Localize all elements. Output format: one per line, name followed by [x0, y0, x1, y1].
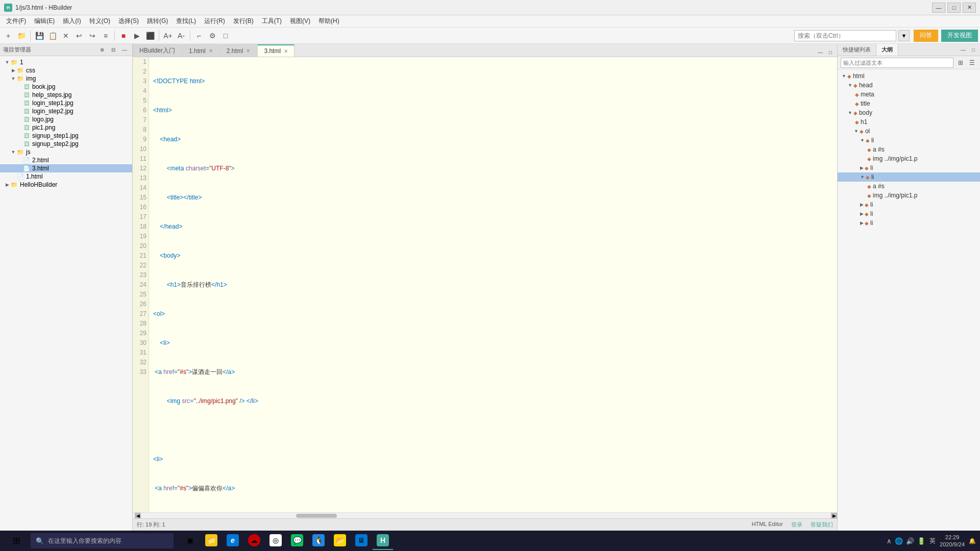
outline-img-3[interactable]: ◆ img ../img/pic1.p [838, 191, 980, 200]
outline-html[interactable]: ▼ ◆ html [838, 71, 980, 81]
menu-item-l[interactable]: 查找(L) [172, 15, 200, 27]
new-folder-button[interactable]: 📁 [15, 30, 28, 42]
menu-item-r[interactable]: 运行(R) [200, 15, 229, 27]
tree-arrow-css: ▶ [10, 68, 16, 73]
menu-item-g[interactable]: 跳转(G) [143, 15, 172, 27]
menu-item-h[interactable]: 帮助(H) [314, 15, 344, 27]
new-project-icon[interactable]: ⊕ [97, 45, 107, 55]
tab-shortcuts[interactable]: 快捷键列表 [838, 44, 876, 56]
tab-2html[interactable]: 2.html ✕ [220, 44, 257, 57]
tree-item-login1[interactable]: 🖼 login_step1.jpg [0, 99, 132, 107]
close-button[interactable]: ✕ [963, 3, 976, 13]
tree-item-2html[interactable]: 📄 2.html [0, 156, 132, 164]
outline-li-2[interactable]: ▶ ◆ li [838, 163, 980, 172]
redo-button[interactable]: ↪ [86, 30, 99, 42]
search-input[interactable] [794, 30, 896, 41]
menu-item-t[interactable]: 工具(T) [258, 15, 286, 27]
terminal-button[interactable]: ⌐ [193, 30, 205, 42]
outline-h1[interactable]: ◆ h1 [838, 117, 980, 127]
maximize-button[interactable]: □ [947, 3, 961, 13]
scroll-left-btn[interactable]: ◀ [135, 513, 141, 519]
tree-item-book[interactable]: 🖼 book.jpg [0, 83, 132, 91]
outline-img-1[interactable]: ◆ img ../img/pic1.p [838, 154, 980, 163]
outline-li-5[interactable]: ▶ ◆ li [838, 209, 980, 218]
scrollbar-thumb-h[interactable] [296, 514, 337, 518]
close-editor-button[interactable]: ✕ [60, 30, 72, 42]
tree-item-img[interactable]: ▼ 📁 img [0, 74, 132, 83]
tree-arrow-img: ▼ [10, 76, 16, 81]
collapse-icon[interactable]: ⊟ [109, 45, 118, 55]
close-tab-3html[interactable]: ✕ [284, 48, 288, 54]
right-panel-minimize[interactable]: — [959, 45, 968, 55]
outline-title[interactable]: ◆ title [838, 99, 980, 108]
outline-a-3[interactable]: ◆ a #s [838, 182, 980, 191]
font-decrease-button[interactable]: A- [175, 30, 187, 42]
tree-item-signup1[interactable]: 🖼 signup_step1.jpg [0, 132, 132, 140]
tab-hbuilder-intro[interactable]: HBuilder入门 [133, 44, 182, 57]
minimize-button[interactable]: — [932, 3, 945, 13]
settings-button[interactable]: ⚙ [206, 30, 218, 42]
tree-item-css[interactable]: ▶ 📁 css [0, 66, 132, 74]
font-increase-button[interactable]: A+ [162, 30, 174, 42]
tree-item-3html[interactable]: 📄 3.html [0, 164, 132, 172]
outline-body[interactable]: ▼ ◆ body [838, 108, 980, 117]
right-panel-header: ⊞ ☰ [838, 56, 980, 69]
menu-item-s[interactable]: 选择(S) [114, 15, 143, 27]
maximize-editor-btn[interactable]: □ [826, 47, 835, 57]
help-label[interactable]: 答疑我们 [811, 521, 833, 529]
qa-button[interactable]: 问答 [914, 30, 938, 42]
expand-button[interactable]: □ [219, 30, 232, 42]
code-editor[interactable]: 1 2 3 4 5 6 7 8 9 10 11 12 13 14 [133, 57, 837, 512]
minimize-panel-icon[interactable]: — [120, 45, 129, 55]
outline-meta[interactable]: ◆ meta [838, 90, 980, 99]
format-button[interactable]: ≡ [100, 30, 112, 42]
outline-li-6[interactable]: ▶ ◆ li [838, 218, 980, 228]
filter-input[interactable] [841, 58, 953, 68]
close-tab-1html[interactable]: ✕ [209, 48, 213, 54]
horizontal-scrollbar[interactable]: ◀ ▶ [133, 512, 837, 518]
menu-item-e[interactable]: 编辑(E) [30, 15, 59, 27]
expand-all-icon[interactable]: ⊞ [955, 58, 966, 68]
tab-3html[interactable]: 3.html ✕ [257, 44, 295, 57]
tree-item-hello[interactable]: ▶ 📁 HelloHBuilder [0, 181, 132, 189]
outline-head[interactable]: ▼ ◆ head [838, 81, 980, 90]
tree-item-root[interactable]: ▼ 📁 1 [0, 58, 132, 66]
menu-item-v[interactable]: 视图(V) [286, 15, 314, 27]
debug-button[interactable]: ■ [117, 30, 130, 42]
tree-item-1html[interactable]: 📄 1.html [0, 172, 132, 181]
outline-li-3[interactable]: ▼ ◆ li [838, 172, 980, 182]
tree-item-signup2[interactable]: 🖼 signup_step2.jpg [0, 140, 132, 148]
undo-button[interactable]: ↩ [73, 30, 85, 42]
scroll-right-btn[interactable]: ▶ [831, 513, 837, 519]
stop-button[interactable]: ⬛ [144, 30, 156, 42]
tree-item-pic1[interactable]: 🖼 pic1.png [0, 123, 132, 132]
outline-a-1[interactable]: ◆ a #s [838, 145, 980, 154]
login-label[interactable]: 登录 [791, 521, 802, 529]
menu-item-o[interactable]: 转义(O) [85, 15, 114, 27]
code-content[interactable]: <!DOCTYPE html> <html> <head> <meta char… [149, 57, 837, 512]
menu-item-b[interactable]: 发行(B) [229, 15, 258, 27]
outline-li-1[interactable]: ▼ ◆ li [838, 136, 980, 145]
tree-item-logo[interactable]: 🖼 logo.jpg [0, 115, 132, 123]
run-button[interactable]: ▶ [131, 30, 143, 42]
outline-ol[interactable]: ▼ ◆ ol [838, 127, 980, 136]
minimize-editor-btn[interactable]: — [816, 47, 825, 57]
tree-item-login2[interactable]: 🖼 login_step2.jpg [0, 107, 132, 115]
tab-outline[interactable]: 大纲 [876, 44, 898, 56]
tree-item-js[interactable]: ▼ 📁 js [0, 148, 132, 156]
menu-item-i[interactable]: 插入(I) [59, 15, 85, 27]
tree-label-signup2: signup_step2.jpg [32, 140, 79, 147]
search-button[interactable]: ▼ [898, 30, 910, 41]
close-tab-2html[interactable]: ✕ [246, 48, 250, 54]
save-button[interactable]: 💾 [33, 30, 45, 42]
devview-button[interactable]: 开发视图 [941, 30, 978, 42]
right-panel-maximize[interactable]: □ [969, 45, 978, 55]
new-file-button[interactable]: + [2, 30, 14, 42]
save-all-button[interactable]: 📋 [46, 30, 59, 42]
app-icon: H [4, 4, 12, 12]
outline-li-4[interactable]: ▶ ◆ li [838, 200, 980, 209]
menu-item-f[interactable]: 文件(F) [2, 15, 30, 27]
tab-1html[interactable]: 1.html ✕ [182, 44, 219, 57]
tree-item-help[interactable]: 🖼 help_steps.jpg [0, 91, 132, 99]
collapse-all-icon[interactable]: ☰ [967, 58, 977, 68]
